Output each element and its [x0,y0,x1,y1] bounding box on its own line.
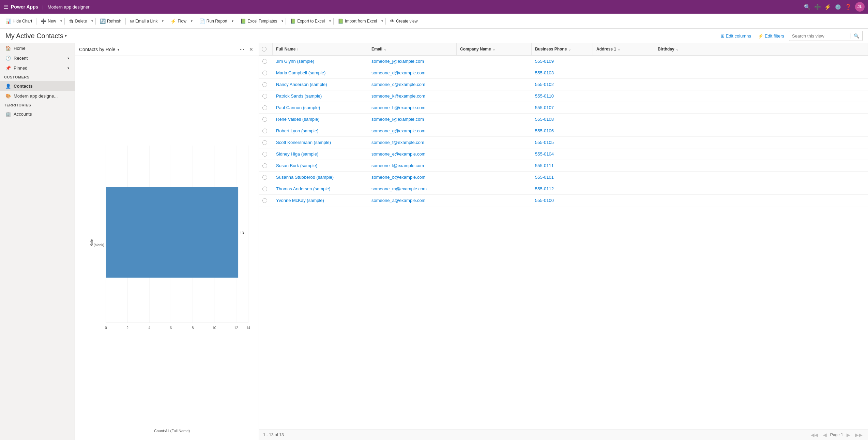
delete-chevron[interactable]: ▾ [90,18,94,24]
table-row[interactable]: Jim Glynn (sample) someone_j@example.com… [259,56,868,67]
row-phone[interactable]: 555-0107 [532,102,593,113]
row-radio[interactable] [259,160,273,171]
table-row[interactable]: Rene Valdes (sample) someone_i@example.c… [259,114,868,125]
row-fullname[interactable]: Maria Campbell (sample) [273,67,368,78]
row-phone[interactable]: 555-0100 [532,195,593,206]
settings-icon[interactable]: ⚙️ [835,4,841,10]
view-title-chevron-icon[interactable]: ▾ [65,33,67,38]
hide-chart-button[interactable]: 📊 Hide Chart [3,17,35,25]
grid-header-company[interactable]: Company Name ⌄ [457,43,532,55]
table-row[interactable]: Nancy Anderson (sample) someone_c@exampl… [259,79,868,90]
email-chevron[interactable]: ▾ [161,18,165,24]
row-phone[interactable]: 555-0103 [532,67,593,78]
report-chevron[interactable]: ▾ [231,18,234,24]
delete-button[interactable]: 🗑 Delete [66,17,90,25]
row-fullname[interactable]: Susanna Stubberod (sample) [273,172,368,183]
grid-header-checkbox[interactable] [259,43,273,55]
row-email[interactable]: someone_d@example.com [368,67,457,78]
row-email[interactable]: someone_h@example.com [368,102,457,113]
table-row[interactable]: Yvonne McKay (sample) someone_a@example.… [259,195,868,206]
row-phone[interactable]: 555-0105 [532,137,593,148]
filter-icon[interactable]: ⚡ [824,4,831,10]
edit-filters-button[interactable]: ⚡ Edit filters [756,32,786,40]
row-email[interactable]: someone_a@example.com [368,195,457,206]
edit-columns-button[interactable]: ⊞ Edit columns [719,32,753,40]
search-submit-button[interactable]: 🔍 [851,33,862,39]
search-icon[interactable]: 🔍 [804,4,811,10]
row-radio[interactable] [259,79,273,90]
row-fullname[interactable]: Paul Cannon (sample) [273,102,368,113]
row-phone[interactable]: 555-0108 [532,114,593,125]
row-fullname[interactable]: Thomas Andersen (sample) [273,183,368,194]
sidebar-item-recent[interactable]: 🕐 Recent ▾ [0,53,75,63]
row-fullname[interactable]: Sidney Higa (sample) [273,148,368,160]
row-phone[interactable]: 555-0101 [532,172,593,183]
row-email[interactable]: someone_b@example.com [368,172,457,183]
table-row[interactable]: Susanna Stubberod (sample) someone_b@exa… [259,172,868,183]
export-excel-button[interactable]: 📗 Export to Excel [287,17,328,25]
row-phone[interactable]: 555-0111 [532,160,593,171]
row-fullname[interactable]: Patrick Sands (sample) [273,90,368,102]
table-row[interactable]: Susan Burk (sample) someone_l@example.co… [259,160,868,172]
row-radio[interactable] [259,90,273,102]
excel-templates-button[interactable]: 📗 Excel Templates [238,17,280,25]
table-row[interactable]: Robert Lyon (sample) someone_g@example.c… [259,125,868,137]
grid-header-address[interactable]: Address 1 ⌄ [593,43,654,55]
row-email[interactable]: someone_e@example.com [368,148,457,160]
row-email[interactable]: someone_l@example.com [368,160,457,171]
row-phone[interactable]: 555-0102 [532,79,593,90]
grid-header-email[interactable]: Email ⌄ [368,43,457,55]
table-row[interactable]: Thomas Andersen (sample) someone_m@examp… [259,183,868,195]
row-radio[interactable] [259,56,273,67]
table-row[interactable]: Maria Campbell (sample) someone_d@exampl… [259,67,868,79]
row-email[interactable]: someone_c@example.com [368,79,457,90]
row-fullname[interactable]: Jim Glynn (sample) [273,56,368,67]
row-fullname[interactable]: Rene Valdes (sample) [273,114,368,125]
row-fullname[interactable]: Robert Lyon (sample) [273,125,368,136]
sidebar-item-contacts[interactable]: 👤 Contacts [0,81,75,91]
run-report-button[interactable]: 📄 Run Report [197,17,230,25]
row-email[interactable]: someone_m@example.com [368,183,457,194]
export-excel-chevron[interactable]: ▾ [328,18,332,24]
import-excel-button[interactable]: 📗 Import from Excel [335,17,380,25]
row-radio[interactable] [259,114,273,125]
view-title[interactable]: My Active Contacts ▾ [5,32,67,40]
row-email[interactable]: someone_k@example.com [368,90,457,102]
row-email[interactable]: someone_g@example.com [368,125,457,136]
grid-header-fullname[interactable]: Full Name ↑ [273,43,368,55]
row-fullname[interactable]: Nancy Anderson (sample) [273,79,368,90]
page-first-button[interactable]: ◀◀ [809,431,820,438]
grid-header-phone[interactable]: Business Phone ⌄ [532,43,593,55]
new-chevron[interactable]: ▾ [59,18,63,24]
row-email[interactable]: someone_i@example.com [368,114,457,125]
row-email[interactable]: someone_f@example.com [368,137,457,148]
sidebar-item-home[interactable]: 🏠 Home [0,43,75,53]
hamburger-menu[interactable]: ☰ [3,4,8,10]
chart-title[interactable]: Contacts by Role ▾ [79,47,119,52]
table-row[interactable]: Paul Cannon (sample) someone_h@example.c… [259,102,868,114]
row-radio[interactable] [259,137,273,148]
row-fullname[interactable]: Susan Burk (sample) [273,160,368,171]
row-phone[interactable]: 555-0109 [532,56,593,67]
avatar[interactable]: JL [855,2,865,12]
row-fullname[interactable]: Yvonne McKay (sample) [273,195,368,206]
row-phone[interactable]: 555-0110 [532,90,593,102]
flow-button[interactable]: ⚡ Flow [168,17,189,25]
sidebar-item-pinned[interactable]: 📌 Pinned ▾ [0,63,75,73]
page-prev-button[interactable]: ◀ [822,431,828,438]
table-row[interactable]: Sidney Higa (sample) someone_e@example.c… [259,148,868,160]
row-radio[interactable] [259,67,273,78]
row-radio[interactable] [259,102,273,113]
row-radio[interactable] [259,195,273,206]
row-radio[interactable] [259,148,273,160]
row-email[interactable]: someone_j@example.com [368,56,457,67]
row-radio[interactable] [259,183,273,194]
page-next-button[interactable]: ▶ [845,431,852,438]
row-fullname[interactable]: Scott Konersmann (sample) [273,137,368,148]
grid-header-birthday[interactable]: Birthday ⌄ [654,43,868,55]
table-row[interactable]: Patrick Sands (sample) someone_k@example… [259,90,868,102]
email-link-button[interactable]: ✉ Email a Link [127,17,160,25]
flow-chevron[interactable]: ▾ [190,18,194,24]
import-excel-chevron[interactable]: ▾ [380,18,384,24]
create-view-button[interactable]: 👁 Create view [387,17,420,25]
